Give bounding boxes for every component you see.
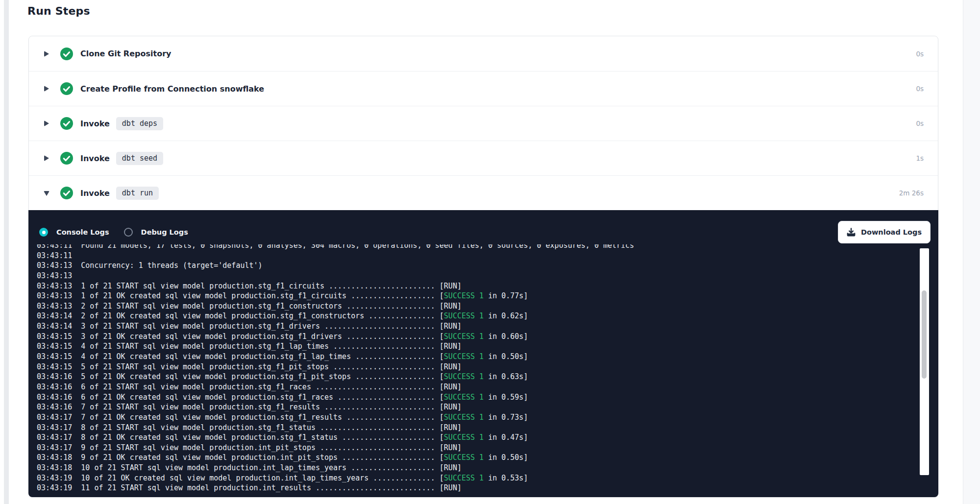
log-line: 03:43:15 4 of 21 OK created sql view mod… bbox=[37, 352, 899, 362]
success-check-icon bbox=[60, 82, 73, 95]
log-scrollbar-track[interactable] bbox=[920, 248, 929, 475]
step-row[interactable]: Invokedbt seed1s bbox=[29, 141, 938, 175]
caret-down-icon[interactable] bbox=[44, 190, 49, 196]
log-line: 03:43:16 5 of 21 OK created sql view mod… bbox=[37, 372, 899, 382]
step-row[interactable]: Create Profile from Connection snowflake… bbox=[29, 71, 938, 106]
step-command-chip: dbt deps bbox=[116, 117, 163, 130]
step-label: Create Profile from Connection snowflake bbox=[80, 84, 264, 94]
success-check-icon bbox=[60, 117, 73, 130]
log-line: 03:43:17 8 of 21 START sql view model pr… bbox=[37, 423, 899, 433]
log-line: 03:43:16 7 of 21 START sql view model pr… bbox=[37, 402, 899, 412]
log-panel: Console LogsDebug Logs Download Logs 03:… bbox=[28, 210, 938, 497]
step-duration: 0s bbox=[916, 120, 924, 127]
success-status-text: SUCCESS 1 bbox=[444, 312, 484, 320]
step-command-chip: dbt run bbox=[116, 187, 159, 200]
log-line: 03:43:16 6 of 21 START sql view model pr… bbox=[37, 382, 899, 392]
success-check-icon bbox=[60, 187, 73, 199]
log-console[interactable]: 03:43:11 Found 21 models, 17 tests, 0 sn… bbox=[37, 244, 899, 492]
success-status-text: SUCCESS 1 bbox=[444, 372, 484, 381]
success-status-text: SUCCESS 1 bbox=[444, 291, 484, 300]
debug-logs-option[interactable]: Debug Logs bbox=[124, 228, 188, 237]
success-check-icon bbox=[60, 48, 73, 60]
caret-right-icon[interactable] bbox=[44, 50, 49, 57]
page-title: Run Steps bbox=[27, 5, 90, 17]
step-duration: 1s bbox=[916, 154, 924, 162]
log-line: 03:43:13 bbox=[37, 271, 899, 281]
log-line: 03:43:14 3 of 21 START sql view model pr… bbox=[37, 321, 899, 332]
log-view-option-label: Console Logs bbox=[56, 228, 109, 236]
step-duration: 0s bbox=[916, 50, 924, 58]
success-status-text: SUCCESS 1 bbox=[444, 332, 484, 341]
log-line: 03:43:13 Concurrency: 1 threads (target=… bbox=[37, 261, 899, 271]
log-line: 03:43:19 10 of 21 OK created sql view mo… bbox=[37, 473, 899, 483]
left-gutter bbox=[4, 0, 9, 504]
log-line: 03:43:11 bbox=[37, 251, 899, 261]
step-label: Clone Git Repository bbox=[80, 49, 171, 58]
step-duration: 0s bbox=[916, 85, 924, 93]
log-line: 03:43:17 8 of 21 OK created sql view mod… bbox=[37, 432, 899, 443]
step-duration: 2m 26s bbox=[899, 189, 924, 197]
success-check-icon bbox=[60, 152, 73, 165]
log-line: 03:43:18 10 of 21 START sql view model p… bbox=[37, 463, 899, 473]
step-row[interactable]: Invokedbt run2m 26s bbox=[29, 175, 938, 210]
log-line: 03:43:13 1 of 21 START sql view model pr… bbox=[37, 281, 899, 291]
log-line: 03:43:19 11 of 21 START sql view model p… bbox=[37, 483, 899, 492]
download-logs-button[interactable]: Download Logs bbox=[838, 221, 931, 243]
download-icon bbox=[847, 228, 856, 237]
step-label: Invoke bbox=[80, 119, 110, 128]
right-gutter bbox=[963, 0, 980, 504]
success-status-text: SUCCESS 1 bbox=[444, 352, 484, 361]
log-view-options: Console LogsDebug Logs bbox=[39, 228, 188, 237]
log-line: 03:43:15 3 of 21 OK created sql view mod… bbox=[37, 332, 899, 342]
log-line: 03:43:15 4 of 21 START sql view model pr… bbox=[37, 341, 899, 352]
radio-selected-icon[interactable] bbox=[39, 228, 48, 237]
log-line: 03:43:17 9 of 21 START sql view model pr… bbox=[37, 443, 899, 453]
step-command-chip: dbt seed bbox=[116, 152, 163, 165]
caret-right-icon[interactable] bbox=[44, 120, 49, 127]
caret-right-icon[interactable] bbox=[44, 155, 49, 162]
log-line: 03:43:16 6 of 21 OK created sql view mod… bbox=[37, 392, 899, 403]
step-row[interactable]: Clone Git Repository0s bbox=[29, 36, 938, 71]
run-steps-card: Clone Git Repository0sCreate Profile fro… bbox=[28, 36, 938, 497]
success-status-text: SUCCESS 1 bbox=[444, 433, 484, 442]
success-status-text: SUCCESS 1 bbox=[444, 453, 484, 462]
radio-unselected-icon[interactable] bbox=[124, 228, 133, 237]
step-label: Invoke bbox=[80, 154, 110, 163]
caret-right-icon[interactable] bbox=[44, 85, 49, 92]
download-logs-label: Download Logs bbox=[861, 228, 922, 236]
step-label: Invoke bbox=[80, 189, 110, 198]
log-line: 03:43:13 2 of 21 START sql view model pr… bbox=[37, 301, 899, 312]
log-line: 03:43:13 1 of 21 OK created sql view mod… bbox=[37, 291, 899, 301]
log-line: 03:43:14 2 of 21 OK created sql view mod… bbox=[37, 311, 899, 321]
log-line: 03:43:15 5 of 21 START sql view model pr… bbox=[37, 362, 899, 372]
success-status-text: SUCCESS 1 bbox=[444, 393, 484, 402]
log-line: 03:43:18 9 of 21 OK created sql view mod… bbox=[37, 453, 899, 463]
success-status-text: SUCCESS 1 bbox=[444, 413, 484, 422]
success-status-text: SUCCESS 1 bbox=[444, 474, 484, 482]
log-line: 03:43:17 7 of 21 OK created sql view mod… bbox=[37, 412, 899, 423]
console-logs-option[interactable]: Console Logs bbox=[39, 228, 109, 237]
step-row[interactable]: Invokedbt deps0s bbox=[29, 106, 938, 141]
log-line: 03:43:11 Found 21 models, 17 tests, 0 sn… bbox=[37, 244, 899, 251]
step-rows: Clone Git Repository0sCreate Profile fro… bbox=[29, 36, 938, 210]
log-view-option-label: Debug Logs bbox=[141, 228, 188, 236]
log-scrollbar-thumb[interactable] bbox=[922, 290, 927, 379]
